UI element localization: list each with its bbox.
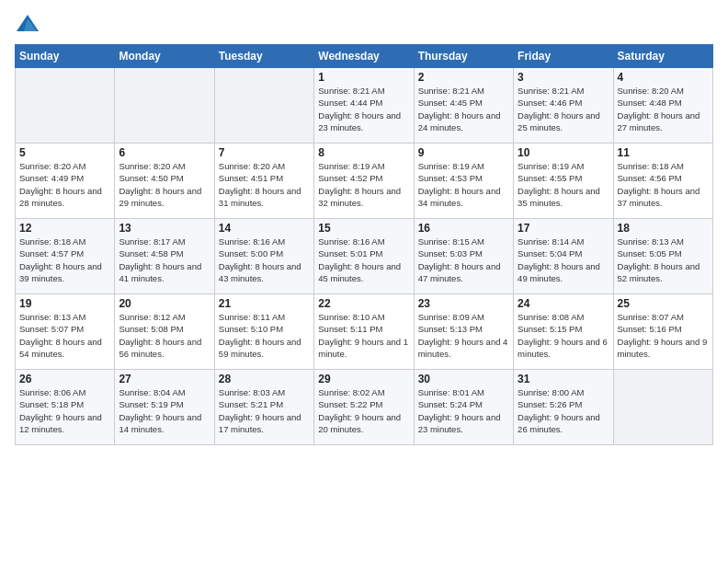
- day-number: 21: [219, 297, 310, 310]
- day-info: Sunrise: 8:21 AMSunset: 4:46 PMDaylight:…: [518, 85, 609, 133]
- day-info: Sunrise: 8:02 AMSunset: 5:22 PMDaylight:…: [318, 386, 409, 435]
- day-info: Sunrise: 8:13 AMSunset: 5:05 PMDaylight:…: [618, 236, 709, 284]
- day-number: 7: [219, 146, 310, 159]
- day-info: Sunrise: 8:21 AMSunset: 4:45 PMDaylight:…: [418, 85, 509, 133]
- weekday-header-monday: Monday: [115, 45, 214, 68]
- week-row-0: 1Sunrise: 8:21 AMSunset: 4:44 PMDaylight…: [16, 68, 713, 144]
- day-info: Sunrise: 8:03 AMSunset: 5:21 PMDaylight:…: [219, 386, 310, 435]
- day-number: 12: [19, 222, 110, 235]
- day-info: Sunrise: 8:14 AMSunset: 5:04 PMDaylight:…: [518, 236, 609, 284]
- calendar-cell: 8Sunrise: 8:19 AMSunset: 4:52 PMDaylight…: [314, 144, 414, 219]
- calendar-cell: 12Sunrise: 8:18 AMSunset: 4:57 PMDayligh…: [16, 219, 115, 294]
- calendar-cell: 9Sunrise: 8:19 AMSunset: 4:53 PMDaylight…: [414, 144, 513, 219]
- day-info: Sunrise: 8:20 AMSunset: 4:48 PMDaylight:…: [618, 85, 709, 133]
- day-info: Sunrise: 8:06 AMSunset: 5:18 PMDaylight:…: [19, 386, 110, 435]
- calendar-cell: 16Sunrise: 8:15 AMSunset: 5:03 PMDayligh…: [414, 219, 513, 294]
- day-number: 3: [518, 71, 609, 84]
- calendar-cell: 15Sunrise: 8:16 AMSunset: 5:01 PMDayligh…: [314, 219, 414, 294]
- calendar-cell: 13Sunrise: 8:17 AMSunset: 4:58 PMDayligh…: [115, 219, 214, 294]
- calendar-cell: 10Sunrise: 8:19 AMSunset: 4:55 PMDayligh…: [514, 144, 613, 219]
- calendar-cell: 1Sunrise: 8:21 AMSunset: 4:44 PMDaylight…: [314, 68, 414, 144]
- day-number: 28: [219, 373, 310, 385]
- day-info: Sunrise: 8:19 AMSunset: 4:53 PMDaylight:…: [418, 160, 509, 209]
- day-number: 22: [318, 297, 409, 310]
- logo: [15, 11, 44, 37]
- day-number: 24: [518, 297, 609, 310]
- calendar-cell: [214, 68, 313, 144]
- calendar-cell: 5Sunrise: 8:20 AMSunset: 4:49 PMDaylight…: [16, 144, 115, 219]
- day-number: 18: [618, 222, 709, 235]
- calendar-body: 1Sunrise: 8:21 AMSunset: 4:44 PMDaylight…: [16, 68, 713, 445]
- weekday-header-friday: Friday: [514, 45, 613, 68]
- calendar-cell: 27Sunrise: 8:04 AMSunset: 5:19 PMDayligh…: [115, 370, 214, 445]
- calendar-cell: 17Sunrise: 8:14 AMSunset: 5:04 PMDayligh…: [514, 219, 613, 294]
- day-number: 13: [119, 222, 210, 235]
- day-number: 26: [19, 373, 110, 385]
- calendar-cell: 6Sunrise: 8:20 AMSunset: 4:50 PMDaylight…: [115, 144, 214, 219]
- calendar-cell: 18Sunrise: 8:13 AMSunset: 5:05 PMDayligh…: [613, 219, 712, 294]
- day-number: 4: [618, 71, 709, 84]
- day-number: 25: [618, 297, 709, 310]
- day-info: Sunrise: 8:21 AMSunset: 4:44 PMDaylight:…: [318, 85, 409, 133]
- day-number: 6: [119, 146, 210, 159]
- calendar-cell: 7Sunrise: 8:20 AMSunset: 4:51 PMDaylight…: [214, 144, 313, 219]
- week-row-3: 19Sunrise: 8:13 AMSunset: 5:07 PMDayligh…: [16, 294, 713, 370]
- week-row-2: 12Sunrise: 8:18 AMSunset: 4:57 PMDayligh…: [16, 219, 713, 294]
- day-number: 23: [418, 297, 509, 310]
- weekday-header-sunday: Sunday: [16, 45, 115, 68]
- calendar-cell: 26Sunrise: 8:06 AMSunset: 5:18 PMDayligh…: [16, 370, 115, 445]
- day-info: Sunrise: 8:16 AMSunset: 5:00 PMDaylight:…: [219, 236, 310, 284]
- day-info: Sunrise: 8:18 AMSunset: 4:56 PMDaylight:…: [618, 160, 709, 209]
- day-info: Sunrise: 8:16 AMSunset: 5:01 PMDaylight:…: [318, 236, 409, 284]
- calendar-cell: 24Sunrise: 8:08 AMSunset: 5:15 PMDayligh…: [514, 294, 613, 370]
- weekday-header-wednesday: Wednesday: [314, 45, 414, 68]
- weekday-header-thursday: Thursday: [414, 45, 513, 68]
- day-number: 20: [119, 297, 210, 310]
- day-number: 10: [518, 146, 609, 159]
- day-number: 5: [19, 146, 110, 159]
- day-info: Sunrise: 8:00 AMSunset: 5:26 PMDaylight:…: [518, 386, 609, 435]
- day-number: 2: [418, 71, 509, 84]
- calendar-cell: 28Sunrise: 8:03 AMSunset: 5:21 PMDayligh…: [214, 370, 313, 445]
- calendar-cell: 4Sunrise: 8:20 AMSunset: 4:48 PMDaylight…: [613, 68, 712, 144]
- day-number: 9: [418, 146, 509, 159]
- calendar-cell: [115, 68, 214, 144]
- calendar-cell: 22Sunrise: 8:10 AMSunset: 5:11 PMDayligh…: [314, 294, 414, 370]
- day-number: 15: [318, 222, 409, 235]
- day-number: 16: [418, 222, 509, 235]
- weekday-header-tuesday: Tuesday: [214, 45, 313, 68]
- calendar-table: SundayMondayTuesdayWednesdayThursdayFrid…: [15, 44, 713, 445]
- header: [15, 11, 713, 37]
- day-info: Sunrise: 8:17 AMSunset: 4:58 PMDaylight:…: [119, 236, 210, 284]
- calendar-cell: 21Sunrise: 8:11 AMSunset: 5:10 PMDayligh…: [214, 294, 313, 370]
- week-row-4: 26Sunrise: 8:06 AMSunset: 5:18 PMDayligh…: [16, 370, 713, 445]
- day-info: Sunrise: 8:12 AMSunset: 5:08 PMDaylight:…: [119, 311, 210, 360]
- day-info: Sunrise: 8:18 AMSunset: 4:57 PMDaylight:…: [19, 236, 110, 284]
- day-info: Sunrise: 8:08 AMSunset: 5:15 PMDaylight:…: [518, 311, 609, 360]
- day-info: Sunrise: 8:07 AMSunset: 5:16 PMDaylight:…: [618, 311, 709, 360]
- day-number: 29: [318, 373, 409, 385]
- day-info: Sunrise: 8:10 AMSunset: 5:11 PMDaylight:…: [318, 311, 409, 360]
- calendar-cell: 29Sunrise: 8:02 AMSunset: 5:22 PMDayligh…: [314, 370, 414, 445]
- calendar-cell: 20Sunrise: 8:12 AMSunset: 5:08 PMDayligh…: [115, 294, 214, 370]
- calendar-cell: 3Sunrise: 8:21 AMSunset: 4:46 PMDaylight…: [514, 68, 613, 144]
- calendar-cell: [16, 68, 115, 144]
- day-info: Sunrise: 8:01 AMSunset: 5:24 PMDaylight:…: [418, 386, 509, 435]
- calendar-cell: 31Sunrise: 8:00 AMSunset: 5:26 PMDayligh…: [514, 370, 613, 445]
- day-number: 11: [618, 146, 709, 159]
- day-info: Sunrise: 8:11 AMSunset: 5:10 PMDaylight:…: [219, 311, 310, 360]
- day-number: 14: [219, 222, 310, 235]
- calendar-cell: 14Sunrise: 8:16 AMSunset: 5:00 PMDayligh…: [214, 219, 313, 294]
- day-info: Sunrise: 8:13 AMSunset: 5:07 PMDaylight:…: [19, 311, 110, 360]
- calendar-cell: [613, 370, 712, 445]
- calendar-cell: 11Sunrise: 8:18 AMSunset: 4:56 PMDayligh…: [613, 144, 712, 219]
- day-number: 1: [318, 71, 409, 84]
- page-container: SundayMondayTuesdayWednesdayThursdayFrid…: [0, 0, 728, 453]
- day-info: Sunrise: 8:15 AMSunset: 5:03 PMDaylight:…: [418, 236, 509, 284]
- weekday-header-row: SundayMondayTuesdayWednesdayThursdayFrid…: [16, 45, 713, 68]
- day-info: Sunrise: 8:20 AMSunset: 4:51 PMDaylight:…: [219, 160, 310, 209]
- day-info: Sunrise: 8:04 AMSunset: 5:19 PMDaylight:…: [119, 386, 210, 435]
- calendar-cell: 30Sunrise: 8:01 AMSunset: 5:24 PMDayligh…: [414, 370, 513, 445]
- day-info: Sunrise: 8:09 AMSunset: 5:13 PMDaylight:…: [418, 311, 509, 360]
- calendar-cell: 2Sunrise: 8:21 AMSunset: 4:45 PMDaylight…: [414, 68, 513, 144]
